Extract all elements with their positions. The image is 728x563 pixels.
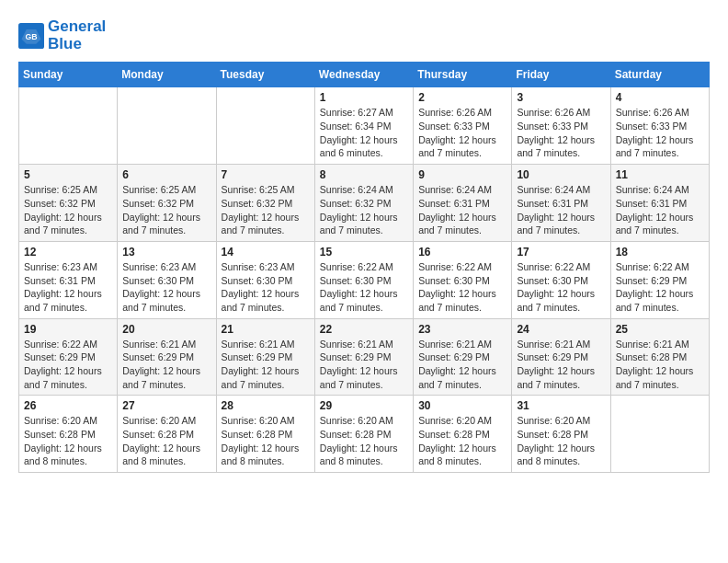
day-detail: Sunrise: 6:24 AMSunset: 6:31 PMDaylight:… <box>616 183 704 237</box>
col-header-thursday: Thursday <box>414 63 512 87</box>
day-number: 15 <box>320 246 408 259</box>
day-detail: Sunrise: 6:21 AMSunset: 6:29 PMDaylight:… <box>320 338 408 392</box>
calendar-cell: 19Sunrise: 6:22 AMSunset: 6:29 PMDayligh… <box>19 318 118 396</box>
logo-text: General Blue <box>48 18 106 52</box>
day-number: 26 <box>24 399 112 412</box>
day-detail: Sunrise: 6:22 AMSunset: 6:30 PMDaylight:… <box>517 260 605 315</box>
day-number: 11 <box>616 168 704 181</box>
day-number: 9 <box>418 168 506 181</box>
day-number: 31 <box>517 399 605 412</box>
calendar-cell: 18Sunrise: 6:22 AMSunset: 6:29 PMDayligh… <box>610 241 709 318</box>
day-detail: Sunrise: 6:20 AMSunset: 6:28 PMDaylight:… <box>222 414 310 468</box>
day-number: 5 <box>24 168 112 181</box>
day-number: 19 <box>24 323 112 336</box>
calendar-cell: 28Sunrise: 6:20 AMSunset: 6:28 PMDayligh… <box>216 396 314 473</box>
day-detail: Sunrise: 6:23 AMSunset: 6:30 PMDaylight:… <box>222 260 310 315</box>
col-header-wednesday: Wednesday <box>314 63 413 87</box>
day-detail: Sunrise: 6:24 AMSunset: 6:31 PMDaylight:… <box>418 183 506 237</box>
calendar-cell <box>610 396 709 473</box>
day-detail: Sunrise: 6:23 AMSunset: 6:31 PMDaylight:… <box>24 260 112 315</box>
day-detail: Sunrise: 6:24 AMSunset: 6:32 PMDaylight:… <box>320 183 408 237</box>
day-detail: Sunrise: 6:21 AMSunset: 6:29 PMDaylight:… <box>122 338 210 392</box>
day-number: 29 <box>320 399 408 412</box>
col-header-sunday: Sunday <box>19 63 118 87</box>
day-detail: Sunrise: 6:21 AMSunset: 6:29 PMDaylight:… <box>517 338 605 392</box>
calendar-week-row: 19Sunrise: 6:22 AMSunset: 6:29 PMDayligh… <box>19 318 710 396</box>
calendar-cell: 9Sunrise: 6:24 AMSunset: 6:31 PMDaylight… <box>414 165 512 242</box>
day-number: 3 <box>517 91 605 104</box>
calendar-cell: 7Sunrise: 6:25 AMSunset: 6:32 PMDaylight… <box>216 165 314 242</box>
calendar-cell: 21Sunrise: 6:21 AMSunset: 6:29 PMDayligh… <box>216 318 314 396</box>
day-number: 10 <box>517 168 605 181</box>
page-header: GB General Blue <box>18 18 710 52</box>
day-detail: Sunrise: 6:25 AMSunset: 6:32 PMDaylight:… <box>222 183 310 237</box>
day-number: 24 <box>517 323 605 336</box>
day-number: 7 <box>222 168 310 181</box>
day-number: 21 <box>222 323 310 336</box>
col-header-tuesday: Tuesday <box>216 63 314 87</box>
calendar-cell: 13Sunrise: 6:23 AMSunset: 6:30 PMDayligh… <box>118 241 216 318</box>
col-header-saturday: Saturday <box>610 63 709 87</box>
calendar-cell: 6Sunrise: 6:25 AMSunset: 6:32 PMDaylight… <box>118 165 216 242</box>
day-number: 22 <box>320 323 408 336</box>
day-detail: Sunrise: 6:20 AMSunset: 6:28 PMDaylight:… <box>320 414 408 468</box>
calendar-cell: 22Sunrise: 6:21 AMSunset: 6:29 PMDayligh… <box>314 318 413 396</box>
svg-text:GB: GB <box>25 31 37 40</box>
day-detail: Sunrise: 6:22 AMSunset: 6:30 PMDaylight:… <box>418 260 506 315</box>
day-number: 4 <box>616 91 704 104</box>
day-number: 12 <box>24 246 112 259</box>
calendar-cell: 31Sunrise: 6:20 AMSunset: 6:28 PMDayligh… <box>512 396 610 473</box>
day-detail: Sunrise: 6:27 AMSunset: 6:34 PMDaylight:… <box>320 106 408 160</box>
day-number: 23 <box>418 323 506 336</box>
day-number: 8 <box>320 168 408 181</box>
calendar-cell: 5Sunrise: 6:25 AMSunset: 6:32 PMDaylight… <box>19 165 118 242</box>
calendar-cell: 24Sunrise: 6:21 AMSunset: 6:29 PMDayligh… <box>512 318 610 396</box>
day-number: 1 <box>320 91 408 104</box>
day-detail: Sunrise: 6:20 AMSunset: 6:28 PMDaylight:… <box>24 414 112 468</box>
calendar-week-row: 5Sunrise: 6:25 AMSunset: 6:32 PMDaylight… <box>19 165 710 242</box>
calendar-week-row: 12Sunrise: 6:23 AMSunset: 6:31 PMDayligh… <box>19 241 710 318</box>
calendar-cell: 20Sunrise: 6:21 AMSunset: 6:29 PMDayligh… <box>118 318 216 396</box>
day-detail: Sunrise: 6:22 AMSunset: 6:30 PMDaylight:… <box>320 260 408 315</box>
day-number: 16 <box>418 246 506 259</box>
calendar-cell: 29Sunrise: 6:20 AMSunset: 6:28 PMDayligh… <box>314 396 413 473</box>
day-detail: Sunrise: 6:23 AMSunset: 6:30 PMDaylight:… <box>122 260 210 315</box>
calendar-cell: 4Sunrise: 6:26 AMSunset: 6:33 PMDaylight… <box>610 87 709 165</box>
day-detail: Sunrise: 6:25 AMSunset: 6:32 PMDaylight:… <box>122 183 210 237</box>
calendar-cell: 30Sunrise: 6:20 AMSunset: 6:28 PMDayligh… <box>414 396 512 473</box>
day-number: 13 <box>122 246 210 259</box>
calendar-cell: 25Sunrise: 6:21 AMSunset: 6:28 PMDayligh… <box>610 318 709 396</box>
logo: GB General Blue <box>18 18 106 52</box>
day-number: 25 <box>616 323 704 336</box>
day-detail: Sunrise: 6:20 AMSunset: 6:28 PMDaylight:… <box>418 414 506 468</box>
calendar-cell <box>118 87 216 165</box>
calendar-cell: 26Sunrise: 6:20 AMSunset: 6:28 PMDayligh… <box>19 396 118 473</box>
calendar-cell: 17Sunrise: 6:22 AMSunset: 6:30 PMDayligh… <box>512 241 610 318</box>
calendar-cell: 2Sunrise: 6:26 AMSunset: 6:33 PMDaylight… <box>414 87 512 165</box>
day-detail: Sunrise: 6:21 AMSunset: 6:29 PMDaylight:… <box>418 338 506 392</box>
day-detail: Sunrise: 6:24 AMSunset: 6:31 PMDaylight:… <box>517 183 605 237</box>
calendar-cell: 1Sunrise: 6:27 AMSunset: 6:34 PMDaylight… <box>314 87 413 165</box>
day-detail: Sunrise: 6:20 AMSunset: 6:28 PMDaylight:… <box>517 414 605 468</box>
day-number: 18 <box>616 246 704 259</box>
day-number: 14 <box>222 246 310 259</box>
calendar-cell: 23Sunrise: 6:21 AMSunset: 6:29 PMDayligh… <box>414 318 512 396</box>
day-detail: Sunrise: 6:26 AMSunset: 6:33 PMDaylight:… <box>418 106 506 160</box>
day-detail: Sunrise: 6:26 AMSunset: 6:33 PMDaylight:… <box>616 106 704 160</box>
calendar-cell: 15Sunrise: 6:22 AMSunset: 6:30 PMDayligh… <box>314 241 413 318</box>
calendar-cell: 14Sunrise: 6:23 AMSunset: 6:30 PMDayligh… <box>216 241 314 318</box>
calendar-cell: 8Sunrise: 6:24 AMSunset: 6:32 PMDaylight… <box>314 165 413 242</box>
calendar-cell: 27Sunrise: 6:20 AMSunset: 6:28 PMDayligh… <box>118 396 216 473</box>
calendar-cell: 12Sunrise: 6:23 AMSunset: 6:31 PMDayligh… <box>19 241 118 318</box>
calendar-cell: 3Sunrise: 6:26 AMSunset: 6:33 PMDaylight… <box>512 87 610 165</box>
day-number: 30 <box>418 399 506 412</box>
logo-icon: GB <box>18 23 44 49</box>
day-detail: Sunrise: 6:20 AMSunset: 6:28 PMDaylight:… <box>122 414 210 468</box>
col-header-friday: Friday <box>512 63 610 87</box>
day-detail: Sunrise: 6:21 AMSunset: 6:28 PMDaylight:… <box>616 338 704 392</box>
day-detail: Sunrise: 6:22 AMSunset: 6:29 PMDaylight:… <box>24 338 112 392</box>
calendar-week-row: 26Sunrise: 6:20 AMSunset: 6:28 PMDayligh… <box>19 396 710 473</box>
calendar-cell: 10Sunrise: 6:24 AMSunset: 6:31 PMDayligh… <box>512 165 610 242</box>
day-number: 27 <box>122 399 210 412</box>
day-number: 17 <box>517 246 605 259</box>
